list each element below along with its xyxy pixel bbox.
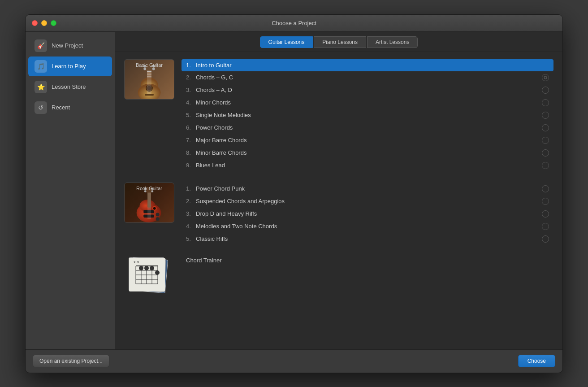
lesson-item[interactable]: 5. Single Note Melodies: [182, 109, 553, 122]
lesson-num: 1.: [186, 185, 196, 192]
maximize-button[interactable]: [51, 20, 56, 26]
download-icon: [542, 149, 549, 157]
lesson-num: 1.: [186, 62, 196, 69]
lesson-num: 4.: [186, 99, 196, 106]
lesson-num: 4.: [186, 223, 196, 230]
svg-point-54: [150, 266, 154, 270]
svg-rect-15: [145, 94, 154, 96]
card-front: x o: [129, 257, 164, 291]
basic-guitar-thumbnail[interactable]: Basic Guitar: [124, 59, 174, 100]
lesson-num: 8.: [186, 149, 196, 156]
lesson-num: 2.: [186, 198, 196, 204]
rock-guitar-lessons: 1. Power Chord Punk 2. Suspended Chords …: [182, 183, 553, 245]
lesson-name: Single Note Melodies: [196, 112, 542, 118]
lesson-item[interactable]: 4. Melodies and Two Note Chords: [182, 220, 553, 233]
basic-guitar-label: Basic Guitar: [125, 62, 174, 68]
tab-guitar-lessons[interactable]: Guitar Lessons: [260, 36, 313, 48]
chord-trainer-thumbnail[interactable]: x o: [124, 256, 174, 296]
sidebar-item-label: Lesson Store: [52, 83, 86, 90]
sidebar: 🎸 New Project 🎵 Learn to Play ⭐ Lesson S…: [26, 32, 115, 349]
lesson-store-icon: ⭐: [35, 81, 47, 93]
chord-trainer-items: Chord Trainer: [182, 256, 553, 264]
rock-guitar-label: Rock Guitar: [125, 186, 174, 191]
rock-guitar-thumbnail[interactable]: Rock Guitar: [124, 183, 174, 223]
window-title: Choose a Project: [272, 20, 316, 26]
lesson-num: 6.: [186, 124, 196, 131]
lesson-item[interactable]: 5. Classic Riffs: [182, 233, 553, 245]
svg-point-9: [152, 67, 155, 70]
new-project-icon: 🎸: [35, 39, 47, 52]
download-icon: [542, 74, 549, 81]
svg-point-8: [143, 67, 146, 70]
sidebar-item-label: Learn to Play: [52, 63, 86, 70]
lesson-item[interactable]: 2. Suspended Chords and Arpeggios: [182, 195, 553, 208]
download-icon: [542, 162, 549, 169]
download-icon: [542, 185, 549, 192]
close-button[interactable]: [32, 20, 38, 26]
basic-guitar-lessons: 1. Intro to Guitar 2. Chords – G, C 3. C…: [182, 59, 553, 172]
lesson-item[interactable]: 3. Drop D and Heavy Riffs: [182, 208, 553, 220]
download-icon: [542, 124, 549, 131]
sidebar-item-lesson-store[interactable]: ⭐ Lesson Store: [28, 77, 112, 97]
lesson-item[interactable]: 8. Minor Barre Chords: [182, 147, 553, 159]
svg-point-53: [144, 266, 149, 270]
download-icon: [542, 235, 549, 243]
sidebar-item-label: Recent: [52, 104, 70, 111]
open-existing-button[interactable]: Open an existing Project...: [33, 355, 109, 367]
lesson-group-basic-guitar: Basic Guitar: [124, 59, 553, 172]
bottom-bar: Open an existing Project... Choose: [26, 349, 562, 373]
sidebar-item-label: New Project: [52, 42, 83, 49]
svg-point-52: [139, 266, 143, 270]
svg-text:x o: x o: [134, 260, 139, 264]
lesson-group-rock-guitar: Rock Guitar: [124, 183, 553, 245]
chord-trainer-name: Chord Trainer: [182, 253, 226, 267]
window-body: 🎸 New Project 🎵 Learn to Play ⭐ Lesson S…: [26, 32, 562, 349]
minimize-button[interactable]: [41, 20, 47, 26]
learn-to-play-icon: 🎵: [35, 60, 47, 73]
download-icon: [542, 87, 549, 94]
lesson-item[interactable]: 9. Blues Lead: [182, 159, 553, 172]
tab-piano-lessons[interactable]: Piano Lessons: [314, 36, 366, 48]
lesson-item[interactable]: 7. Major Barre Chords: [182, 134, 553, 147]
tab-artist-lessons[interactable]: Artist Lessons: [367, 36, 418, 48]
lesson-item[interactable]: 2. Chords – G, C: [182, 71, 553, 84]
lesson-name: Drop D and Heavy Riffs: [196, 210, 542, 217]
download-icon: [542, 112, 549, 119]
window-controls: [32, 20, 56, 26]
sidebar-item-learn-to-play[interactable]: 🎵 Learn to Play: [28, 57, 112, 76]
main-content: Guitar Lessons Piano Lessons Artist Less…: [115, 32, 562, 349]
chord-diagram-svg: x o: [129, 258, 165, 291]
download-icon: [542, 198, 549, 205]
lesson-num: 2.: [186, 74, 196, 81]
sidebar-item-recent[interactable]: ↺ Recent: [28, 98, 112, 117]
lessons-area: Basic Guitar: [115, 52, 562, 349]
sidebar-item-new-project[interactable]: 🎸 New Project: [28, 36, 112, 56]
download-icon: [542, 210, 549, 217]
lesson-item[interactable]: 4. Minor Chords: [182, 96, 553, 109]
lesson-num: 9.: [186, 162, 196, 169]
main-window: Choose a Project 🎸 New Project 🎵 Learn t…: [25, 14, 563, 373]
lesson-num: 3.: [186, 87, 196, 93]
svg-point-21: [544, 76, 547, 79]
lesson-name: Minor Chords: [196, 99, 542, 106]
lesson-name: Classic Riffs: [196, 235, 542, 242]
download-icon: [542, 99, 549, 106]
lesson-name: Chords – G, C: [196, 74, 542, 81]
download-icon: [542, 223, 549, 230]
lesson-name: Minor Barre Chords: [196, 149, 542, 156]
lesson-name: Melodies and Two Note Chords: [196, 223, 542, 230]
lesson-item[interactable]: 1. Power Chord Punk: [182, 183, 553, 195]
lesson-item[interactable]: 1. Intro to Guitar: [182, 59, 553, 71]
choose-button[interactable]: Choose: [518, 355, 555, 367]
lesson-item[interactable]: 6. Power Chords: [182, 122, 553, 134]
stacked-cards: x o: [124, 256, 174, 296]
lesson-group-chord-trainer: x o: [124, 256, 553, 296]
lesson-name: Intro to Guitar: [196, 62, 549, 69]
lesson-num: 3.: [186, 210, 196, 217]
lesson-item[interactable]: 3. Chords – A, D: [182, 84, 553, 96]
lesson-name: Suspended Chords and Arpeggios: [196, 198, 542, 204]
lesson-name: Major Barre Chords: [196, 137, 542, 143]
lesson-name: Power Chords: [196, 124, 542, 131]
svg-point-33: [156, 217, 160, 221]
download-icon: [542, 137, 549, 144]
